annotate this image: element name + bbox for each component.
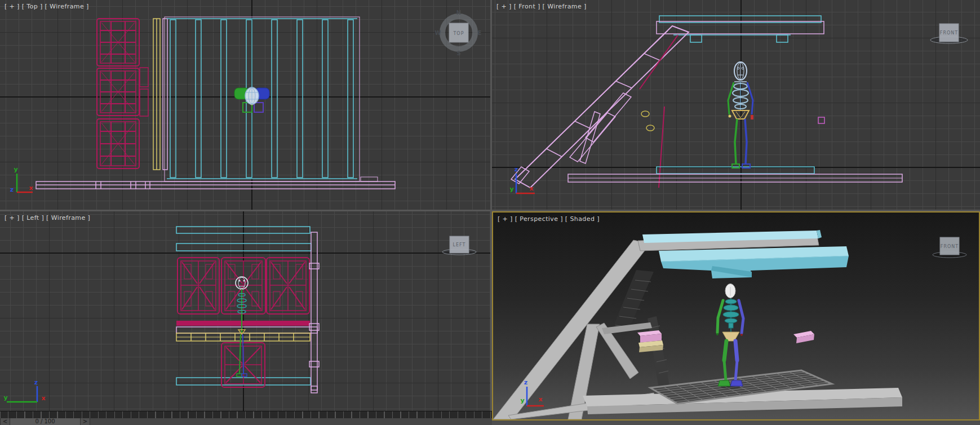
viewport-left[interactable]: [ + ] [ Left ] [ Wireframe ] <box>0 211 490 411</box>
time-slider-handle[interactable]: 0 / 100 <box>10 418 81 425</box>
crimson-rail-left-view[interactable] <box>176 321 310 326</box>
magenta-block-front-view[interactable] <box>818 117 824 123</box>
truss-panels-left-view[interactable] <box>178 258 309 314</box>
axis-y-label: y <box>3 394 7 401</box>
grid-origin-axes <box>0 0 490 210</box>
axis-y-label: y <box>14 166 17 173</box>
viewcube-perspective[interactable]: FRONT <box>933 237 966 258</box>
viewcube-left[interactable]: LEFT <box>442 236 476 255</box>
pink-box-floating-shaded[interactable] <box>793 331 814 343</box>
diagonal-truss-front-view[interactable] <box>511 26 689 188</box>
axis-y-label: y <box>509 185 513 193</box>
biped-perspective-shaded[interactable] <box>716 284 743 389</box>
viewcube-top[interactable]: N S W E TOP <box>434 10 481 56</box>
viewport-menu-top[interactable]: [ + ] [ Top ] [ Wireframe ] <box>5 3 89 10</box>
viewcube-face-label[interactable]: FRONT <box>940 30 958 36</box>
yellow-rail-top-view[interactable] <box>153 19 160 170</box>
biped-top-view[interactable] <box>234 87 269 112</box>
axis-z-label: z <box>524 379 527 386</box>
axis-z-label: z <box>34 379 38 386</box>
axis-x-label: x <box>538 396 542 403</box>
viewcube-east-label[interactable]: E <box>478 30 482 36</box>
ground-planks-front-view[interactable] <box>568 167 902 182</box>
time-slider: < 0 / 100 > <box>0 418 492 425</box>
axis-x-label: x <box>529 185 533 192</box>
viewport-front[interactable]: [ + ] [ Front ] [ Wireframe ] <box>492 0 980 210</box>
axis-tripod-left: z y x <box>3 379 45 402</box>
viewport-menu-left[interactable]: [ + ] [ Left ] [ Wireframe ] <box>5 214 90 222</box>
viewcube-west-label[interactable]: W <box>434 30 441 36</box>
viewcube-face-label[interactable]: LEFT <box>453 242 466 247</box>
viewport-perspective[interactable]: [ + ] [ Perspective ] [ Shaded ] <box>492 211 980 420</box>
viewport-top[interactable]: [ + ] [ Top ] [ Wireframe ] <box>0 0 490 210</box>
viewcube-front[interactable]: FRONT <box>930 24 968 43</box>
axis-tripod-top: y x z <box>10 166 33 193</box>
timeline-ruler[interactable] <box>0 411 492 418</box>
viewcube-south-label[interactable]: S <box>456 50 460 56</box>
pink-column-left-view[interactable] <box>309 232 319 393</box>
axis-z-label: z <box>10 186 14 193</box>
axis-x-label: x <box>29 184 33 192</box>
viewcube-north-label[interactable]: N <box>456 10 461 16</box>
time-slider-track[interactable] <box>90 418 492 425</box>
bottom-strip <box>492 420 980 425</box>
viewcube-face-label[interactable]: FRONT <box>941 244 959 249</box>
viewcube-face-label[interactable]: TOP <box>453 31 464 36</box>
pink-rail-left-view[interactable] <box>176 327 317 333</box>
axis-z-label: z <box>515 166 518 173</box>
viewport-menu-front[interactable]: [ + ] [ Front ] [ Wireframe ] <box>496 3 587 10</box>
canopy-shaded[interactable] <box>642 230 849 278</box>
axis-x-label: x <box>41 395 45 402</box>
axis-y-label: y <box>520 397 524 404</box>
viewport-menu-perspective[interactable]: [ + ] [ Perspective ] [ Shaded ] <box>498 215 600 223</box>
truss-panels-top-view[interactable] <box>97 19 148 169</box>
previous-frame-button[interactable]: < <box>0 418 10 425</box>
next-frame-button[interactable]: > <box>81 418 90 425</box>
viewport-layout: [ + ] [ Top ] [ Wireframe ] <box>0 0 980 425</box>
